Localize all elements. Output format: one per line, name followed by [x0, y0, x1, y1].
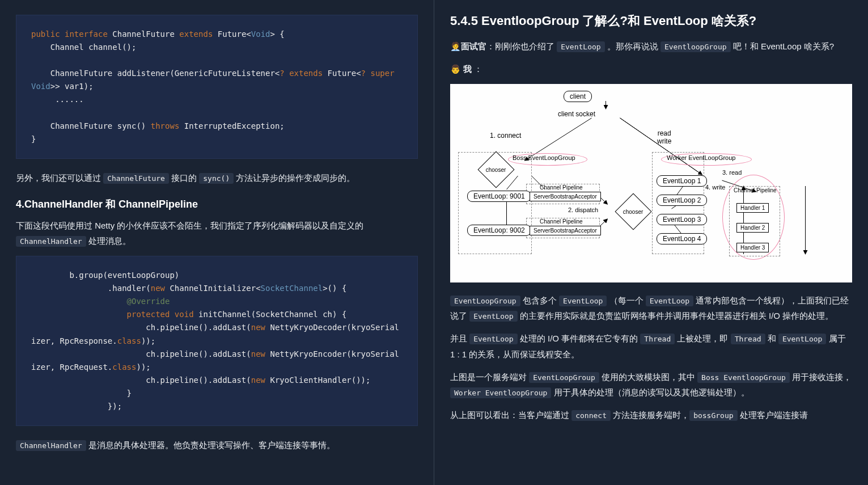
interviewer-line: 🧑‍💼面试官：刚刚你也介绍了 EventLoop 。那你再说说 Eventloo…	[450, 39, 852, 54]
paragraph-thread-rel: 并且 EventLoop 处理的 I/O 事件都将在它专有的 Thread 上被…	[450, 331, 852, 362]
heading-channelhandler: 4.ChannelHandler 和 ChannelPipeline	[16, 197, 418, 211]
paragraph-handler-desc: ChannelHandler 是消息的具体处理器。他负责处理读写操作、客户端连接…	[16, 437, 418, 453]
paragraph-sync: 另外，我们还可以通过 ChannelFuture 接口的 sync() 方法让异…	[16, 170, 418, 186]
paragraph-connect: 从上图可以看出：当客户端通过 connect 方法连接服务端时，bossGrou…	[450, 407, 852, 423]
right-column: 5.4.5 EventloopGroup 了解么?和 EventLoop 啥关系…	[434, 0, 868, 485]
me-line: 👨 我 ：	[450, 61, 852, 77]
paragraph-elg-contains: EventLoopGroup 包含多个 EventLoop （每一个 Event…	[450, 293, 852, 324]
eventloop-diagram: client client socket 1. connect read wri…	[450, 84, 852, 282]
left-column: public interface ChannelFuture extends F…	[0, 0, 434, 485]
heading-eventloopgroup: 5.4.5 EventloopGroup 了解么?和 EventLoop 啥关系…	[450, 12, 852, 29]
paragraph-diagram-desc: 上图是一个服务端对 EventLoopGroup 使用的大致模块图，其中 Bos…	[450, 369, 852, 401]
code-block-handler: b.group(eventLoopGroup) .handler(new Cha…	[16, 256, 418, 426]
me-icon: 👨	[450, 64, 461, 74]
paragraph-handler-intro: 下面这段代码使用过 Netty 的小伙伴应该不会陌生，我们指定了序列化编解码器以…	[16, 218, 418, 250]
interviewer-icon: 🧑‍💼	[450, 41, 461, 51]
code-block-channelfuture: public interface ChannelFuture extends F…	[16, 15, 418, 159]
